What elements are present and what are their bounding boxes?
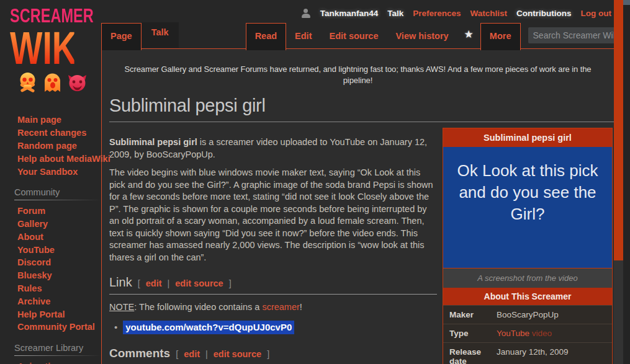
release-date-value: January 12th, 2009 bbox=[497, 347, 569, 364]
tab-view-history[interactable]: View history bbox=[387, 24, 457, 49]
type-rest: video bbox=[529, 329, 552, 338]
title-divider bbox=[109, 122, 614, 122]
wiki-logo[interactable]: SCREAMER WIKI bbox=[10, 5, 97, 97]
comments-heading-text: Comments bbox=[109, 347, 170, 360]
note-text: : The following video contains a bbox=[134, 302, 262, 312]
watch-star-icon[interactable]: ★ bbox=[457, 28, 480, 49]
page-title: Subliminal pepsi girl bbox=[109, 95, 614, 116]
ghost-emoji-icon bbox=[41, 71, 64, 97]
content-area: Screamer Gallery and Screamer Forums hav… bbox=[101, 48, 614, 364]
logo-emojis bbox=[16, 71, 97, 97]
comments-edit-button[interactable]: edit bbox=[184, 348, 200, 361]
sidebar-item-bluesky[interactable]: Bluesky bbox=[0, 269, 101, 282]
youtube-type-link[interactable]: YouTube bbox=[497, 329, 529, 338]
site-notice: Screamer Gallery and Screamer Forums hav… bbox=[102, 49, 614, 86]
sidebar-item-youtube[interactable]: YouTube bbox=[0, 243, 101, 256]
sidebar-header-community: Community bbox=[0, 187, 101, 197]
tab-page[interactable]: Page bbox=[101, 23, 142, 50]
sidebar-item-animations[interactable]: Animations bbox=[0, 360, 101, 364]
article-body: Subliminal pepsi girl is a screamer vide… bbox=[109, 136, 437, 364]
tab-edit[interactable]: Edit bbox=[286, 24, 320, 49]
bracket: ] bbox=[229, 278, 232, 290]
maker-label: Maker bbox=[443, 310, 497, 319]
devil-emoji-icon bbox=[66, 71, 89, 97]
tab-read[interactable]: Read bbox=[246, 23, 286, 50]
article-subject: Subliminal pepsi girl bbox=[109, 137, 197, 147]
sidebar-item-recent-changes[interactable]: Recent changes bbox=[0, 127, 101, 140]
note-label: NOTE bbox=[109, 302, 134, 312]
browser-scrollbar-thumb[interactable] bbox=[623, 0, 630, 5]
screamer-warning: NOTE: The following video contains a scr… bbox=[109, 301, 437, 314]
username-link[interactable]: Tankmanfan44 bbox=[320, 9, 379, 18]
browser-scrollbar-track[interactable] bbox=[623, 0, 630, 364]
bracket: | bbox=[168, 278, 170, 290]
contributions-link[interactable]: Contributions bbox=[516, 9, 571, 18]
bracket: ] bbox=[267, 348, 269, 361]
list-item: • youtube.com/watch?v=dQupUJ0cvP0 bbox=[114, 321, 437, 334]
link-section-heading: Link [ edit | edit source ] bbox=[109, 277, 437, 290]
screamer-screenshot-image: Ok Look at this pick and do you see the … bbox=[443, 147, 612, 268]
tab-edit-source[interactable]: Edit source bbox=[320, 24, 387, 49]
link-edit-source-button[interactable]: edit source bbox=[175, 278, 223, 290]
personal-toolbar: Tankmanfan44 Talk Preferences Watchlist … bbox=[301, 8, 611, 18]
sidebar-item-help-portal[interactable]: Help Portal bbox=[0, 308, 101, 321]
link-heading-text: Link bbox=[109, 277, 132, 289]
sidebar-item-main-page[interactable]: Main page bbox=[0, 113, 101, 127]
comments-section-heading: Comments [ edit | edit source ] bbox=[109, 347, 437, 361]
inner-scrollbar-thumb[interactable] bbox=[614, 0, 623, 260]
sidebar-header-screamer-library: Screamer Library bbox=[0, 343, 101, 353]
comments-edit-source-button[interactable]: edit source bbox=[214, 348, 261, 361]
bracket: | bbox=[205, 348, 208, 361]
logo-text-wiki: WIKI bbox=[10, 27, 74, 68]
sidebar-header-rule bbox=[14, 355, 101, 356]
sidebar-item-community-portal[interactable]: Community Portal bbox=[0, 321, 101, 334]
sidebar-item-rules[interactable]: Rules bbox=[0, 282, 101, 295]
screenshot-text: Ok Look at this pick and do you see the … bbox=[456, 160, 600, 268]
sidebar-item-archive[interactable]: Archive bbox=[0, 295, 101, 308]
intro-paragraph: Subliminal pepsi girl is a screamer vide… bbox=[109, 136, 437, 161]
screamer-link[interactable]: screamer bbox=[262, 302, 299, 312]
infobox-caption: A screenshot from the video bbox=[443, 268, 612, 288]
release-date-label: Release date bbox=[443, 347, 497, 364]
preferences-link[interactable]: Preferences bbox=[413, 9, 461, 18]
sidebar-item-forum[interactable]: Forum bbox=[0, 205, 101, 218]
type-value: YouTube video bbox=[497, 329, 552, 338]
screamer-infobox: Subliminal pepsi girl Ok Look at this pi… bbox=[443, 128, 613, 364]
table-row: Release date January 12th, 2009 bbox=[443, 342, 612, 364]
skull-emoji-icon bbox=[16, 71, 39, 97]
table-row: Maker BooScaryPopUp bbox=[443, 305, 612, 324]
sidebar-item-gallery[interactable]: Gallery bbox=[0, 218, 101, 231]
sidebar-item-discord[interactable]: Discord bbox=[0, 256, 101, 269]
user-icon bbox=[301, 8, 311, 18]
logout-link[interactable]: Log out bbox=[581, 9, 611, 18]
bracket: [ bbox=[138, 278, 140, 290]
sidebar-item-about[interactable]: About bbox=[0, 230, 101, 243]
bracket: [ bbox=[176, 348, 178, 361]
tab-spacer bbox=[179, 22, 246, 49]
watchlist-link[interactable]: Watchlist bbox=[470, 9, 508, 18]
table-row: Type YouTube video bbox=[443, 324, 612, 342]
video-link-list: • youtube.com/watch?v=dQupUJ0cvP0 bbox=[114, 321, 437, 334]
infobox-about-header: About This Screamer bbox=[443, 288, 612, 305]
site-notice-text: Screamer Gallery and Screamer Forums hav… bbox=[114, 64, 601, 86]
sidebar-item-help-mediawiki[interactable]: Help about MediaWiki bbox=[0, 152, 101, 165]
youtube-video-link[interactable]: youtube.com/watch?v=dQupUJ0cvP0 bbox=[123, 321, 294, 334]
sidebar-header-rule bbox=[14, 200, 101, 200]
tab-more[interactable]: More bbox=[480, 23, 521, 50]
maker-value: BooScaryPopUp bbox=[497, 310, 559, 319]
page-tab-bar: Page Talk Read Edit Edit source View his… bbox=[101, 22, 614, 49]
user-talk-link[interactable]: Talk bbox=[387, 9, 403, 18]
type-label: Type bbox=[443, 329, 497, 338]
sidebar-item-your-sandbox[interactable]: Your Sandbox bbox=[0, 165, 101, 178]
infobox-title: Subliminal pepsi girl bbox=[443, 128, 612, 147]
note-suffix: ! bbox=[300, 302, 302, 312]
description-paragraph: The video begins with blue windows movie… bbox=[109, 167, 437, 264]
sidebar-nav: Main page Recent changes Random page Hel… bbox=[0, 113, 101, 364]
section-divider bbox=[109, 294, 437, 295]
tab-talk[interactable]: Talk bbox=[142, 22, 179, 48]
sidebar-item-random-page[interactable]: Random page bbox=[0, 140, 101, 153]
screamer-wiki-page: SCREAMER WIKI bbox=[0, 0, 630, 364]
link-edit-button[interactable]: edit bbox=[146, 278, 162, 290]
bullet-icon: • bbox=[114, 321, 117, 334]
